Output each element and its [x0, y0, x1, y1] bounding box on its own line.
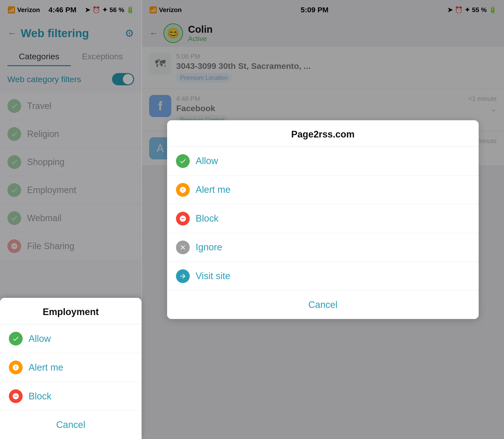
right-option-ignore[interactable]: Ignore	[167, 233, 479, 262]
right-alertme-label: Alert me	[196, 184, 230, 195]
right-allow-icon	[176, 154, 190, 168]
right-option-allow[interactable]: Allow	[167, 147, 479, 176]
right-cancel-button[interactable]: Cancel	[167, 291, 479, 319]
left-option-block[interactable]: Block	[0, 382, 142, 411]
left-panel: 📶 Verizon 4:46 PM ➤ ⏰ ✦ 56% 🔋 ← Web filt…	[0, 0, 142, 439]
alertme-icon	[9, 361, 23, 374]
left-allow-label: Allow	[29, 333, 51, 344]
block-icon	[9, 389, 23, 403]
right-ignore-icon	[176, 241, 190, 254]
right-option-block[interactable]: Block	[167, 204, 479, 233]
right-panel: 📶 Verizon 5:09 PM ➤ ⏰ ✦ 55% 🔋 ← 😊 Colin …	[142, 0, 504, 439]
right-ignore-label: Ignore	[196, 242, 222, 253]
right-visit-label: Visit site	[196, 271, 230, 281]
right-block-label: Block	[196, 213, 219, 224]
right-modal-sheet: Page2rss.com Allow Alert me Block	[167, 120, 479, 319]
right-visit-icon	[176, 269, 190, 283]
left-block-label: Block	[29, 391, 51, 402]
allow-icon	[9, 332, 23, 346]
left-modal-overlay: Employment Allow Alert me Block Cance	[0, 0, 142, 439]
right-option-visitsite[interactable]: Visit site	[167, 262, 479, 291]
left-modal-title: Employment	[0, 298, 142, 324]
right-modal-overlay: Page2rss.com Allow Alert me Block	[142, 0, 504, 439]
right-block-icon	[176, 212, 190, 226]
right-option-alertme[interactable]: Alert me	[167, 176, 479, 204]
right-modal-title: Page2rss.com	[167, 120, 479, 147]
left-option-allow[interactable]: Allow	[0, 324, 142, 353]
left-option-alertme[interactable]: Alert me	[0, 353, 142, 382]
right-allow-label: Allow	[196, 156, 218, 166]
left-modal-sheet: Employment Allow Alert me Block Cance	[0, 298, 142, 439]
left-cancel-button[interactable]: Cancel	[0, 411, 142, 439]
left-alertme-label: Alert me	[29, 362, 63, 373]
right-alertme-icon	[176, 183, 190, 197]
